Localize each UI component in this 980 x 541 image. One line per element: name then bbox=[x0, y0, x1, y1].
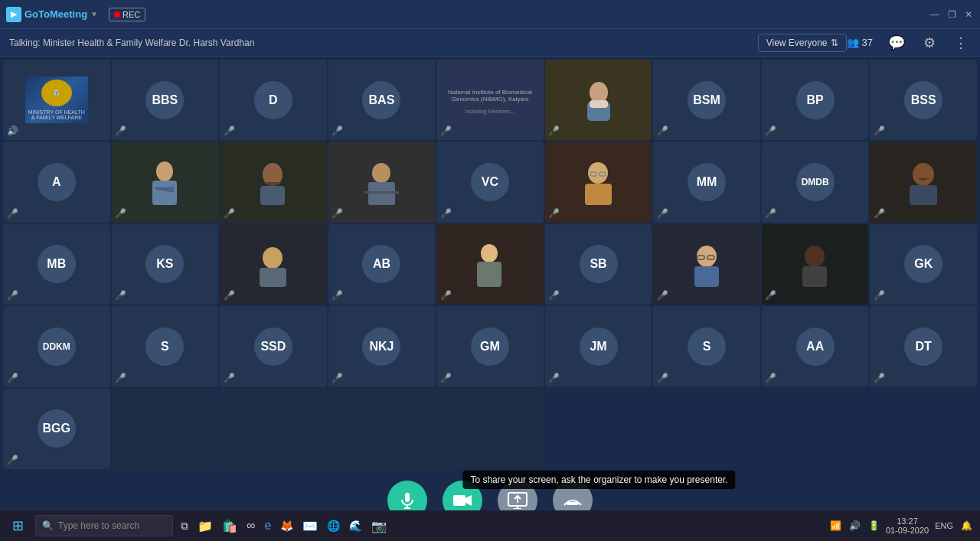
participant-cell-3[interactable]: D 🎤 bbox=[220, 60, 327, 140]
minimize-button[interactable]: — bbox=[929, 9, 940, 20]
restore-button[interactable]: ❐ bbox=[946, 9, 957, 20]
participant-cell-15[interactable]: 🎤 bbox=[545, 142, 652, 222]
participant-cell-24[interactable]: SB 🎤 bbox=[545, 224, 652, 305]
video-person-mustache bbox=[870, 142, 977, 222]
avatar-bgg: BGG bbox=[38, 409, 76, 448]
svg-rect-31 bbox=[453, 495, 466, 506]
participant-cell-4[interactable]: BAS 🎤 bbox=[328, 60, 436, 140]
participant-cell-36[interactable]: DT 🎤 bbox=[870, 306, 977, 386]
volume-icon[interactable]: 🔊 bbox=[848, 519, 862, 533]
participant-cell-11[interactable]: 🎤 bbox=[112, 142, 219, 222]
participant-cell-1[interactable]: 🏛️ MINISTRY OF HEALTH& FAMILY WELFARE 🔊 bbox=[3, 60, 110, 140]
avatar-aa: AA bbox=[796, 328, 835, 366]
taskbar-explorer[interactable]: 📁 bbox=[196, 517, 214, 535]
mute-icon-11: 🎤 bbox=[115, 207, 127, 220]
participant-cell-5[interactable]: National Institute of Biomedical Genomic… bbox=[436, 60, 544, 140]
participant-cell-25[interactable]: 🎤 bbox=[653, 224, 760, 305]
taskbar-chrome[interactable]: 🌐 bbox=[325, 518, 341, 533]
taskbar-search[interactable]: 🔍 Type here to search bbox=[35, 515, 173, 536]
taskbar-infinity[interactable]: ∞ bbox=[245, 517, 256, 534]
participant-cell-37[interactable]: BGG 🎤 bbox=[3, 389, 110, 469]
participant-cell-23[interactable]: 🎤 bbox=[436, 224, 544, 305]
window-controls: — ❐ ✕ bbox=[929, 9, 974, 20]
participant-cell-21[interactable]: 🎤 bbox=[220, 224, 327, 305]
taskbar-task-view[interactable]: ⧉ bbox=[179, 518, 190, 534]
language-indicator[interactable]: ENG bbox=[933, 520, 955, 532]
participant-cell-27[interactable]: GK 🎤 bbox=[870, 224, 977, 305]
speaker-icon: 🔊 bbox=[6, 125, 18, 137]
participant-cell-35[interactable]: AA 🎤 bbox=[762, 306, 869, 386]
participant-cell-18[interactable]: 🎤 bbox=[870, 142, 977, 222]
participant-cell-14[interactable]: VC 🎤 bbox=[436, 142, 544, 222]
taskbar-edge-legacy[interactable]: e bbox=[263, 517, 273, 534]
taskbar-firefox[interactable]: 🦊 bbox=[279, 518, 295, 533]
taskbar-clock[interactable]: 13:27 01-09-2020 bbox=[886, 517, 929, 535]
close-button[interactable]: ✕ bbox=[963, 9, 974, 20]
mute-icon-gk: 🎤 bbox=[873, 289, 885, 301]
more-button[interactable]: ⋮ bbox=[951, 31, 971, 54]
dropdown-icon[interactable]: ▼ bbox=[90, 10, 98, 18]
participant-cell-16[interactable]: MM 🎤 bbox=[653, 142, 760, 222]
participant-cell-30[interactable]: SSD 🎤 bbox=[220, 306, 327, 386]
participant-cell-34[interactable]: S 🎤 bbox=[653, 306, 760, 386]
svg-point-16 bbox=[913, 163, 934, 186]
participant-cell-13[interactable]: 🎤 bbox=[328, 142, 436, 222]
svg-rect-4 bbox=[152, 181, 177, 205]
mute-icon-ks: 🎤 bbox=[115, 289, 127, 301]
network-icon[interactable]: 📶 bbox=[828, 519, 843, 533]
start-button[interactable]: ⊞ bbox=[6, 515, 29, 536]
participant-cell-29[interactable]: S 🎤 bbox=[112, 306, 219, 386]
taskbar-system-tray: 📶 🔊 🔋 13:27 01-09-2020 ENG 🔔 bbox=[828, 517, 974, 535]
notifications-icon[interactable]: 🔔 bbox=[959, 519, 974, 533]
participant-cell-33[interactable]: JM 🎤 bbox=[545, 306, 652, 386]
participant-cell-10[interactable]: A 🎤 bbox=[3, 142, 110, 222]
svg-point-0 bbox=[590, 82, 608, 103]
logo-icon: ▶ bbox=[6, 7, 21, 22]
info-bar: Talking: Minister Health & Family Welfar… bbox=[0, 29, 980, 57]
participant-cell-31[interactable]: NKJ 🎤 bbox=[328, 306, 436, 386]
avatar-ddkm: DDKM bbox=[38, 328, 76, 366]
participant-cell-20[interactable]: KS 🎤 bbox=[112, 224, 219, 305]
settings-button[interactable]: ⚙ bbox=[920, 31, 939, 54]
avatar-s2: S bbox=[688, 328, 726, 366]
taskbar-store[interactable]: 🛍️ bbox=[220, 517, 239, 535]
participant-cell-32[interactable]: GM 🎤 bbox=[436, 306, 544, 386]
participant-cell-12[interactable]: 🎤 bbox=[220, 142, 327, 222]
view-everyone-arrow: ⇅ bbox=[831, 37, 838, 48]
taskbar-mail[interactable]: ✉️ bbox=[301, 517, 319, 535]
taskbar-edge[interactable]: 🌊 bbox=[348, 518, 364, 533]
participant-cell-19[interactable]: MB 🎤 bbox=[3, 224, 110, 305]
avatar-gk: GK bbox=[904, 245, 942, 283]
mute-icon-25: 🎤 bbox=[656, 289, 668, 301]
masked-video bbox=[545, 60, 652, 140]
mute-icon-13: 🎤 bbox=[332, 207, 344, 220]
video-person-crossed bbox=[112, 142, 219, 222]
mute-icon-ab: 🎤 bbox=[332, 289, 344, 301]
avatar-ks: KS bbox=[145, 245, 184, 283]
participant-cell-17[interactable]: DMDB 🎤 bbox=[762, 142, 869, 222]
participant-cell-8[interactable]: BP 🎤 bbox=[762, 60, 869, 140]
mute-icon-12: 🎤 bbox=[223, 207, 235, 220]
windows-taskbar: ⊞ 🔍 Type here to search ⧉ 📁 🛍️ ∞ e 🦊 ✉️ … bbox=[0, 510, 980, 541]
rec-dot bbox=[114, 11, 120, 18]
svg-rect-28 bbox=[405, 493, 410, 502]
participant-cell-7[interactable]: BSM 🎤 bbox=[653, 60, 760, 140]
participant-cell-6[interactable]: 🎤 bbox=[545, 60, 652, 140]
svg-rect-8 bbox=[260, 186, 285, 205]
view-everyone-label: View Everyone bbox=[766, 37, 828, 48]
participants-icon: 👥 bbox=[847, 37, 859, 48]
view-everyone-button[interactable]: View Everyone ⇅ bbox=[758, 34, 847, 52]
participant-cell-9[interactable]: BSS 🎤 bbox=[870, 60, 977, 140]
date-display: 01-09-2020 bbox=[886, 526, 929, 535]
participant-cell-2[interactable]: BBS 🎤 bbox=[112, 60, 219, 140]
participant-cell-22[interactable]: AB 🎤 bbox=[328, 224, 436, 305]
rec-badge[interactable]: REC bbox=[109, 8, 145, 21]
battery-icon[interactable]: 🔋 bbox=[867, 519, 881, 533]
avatar-vc: VC bbox=[471, 163, 509, 201]
taskbar-camera[interactable]: 📷 bbox=[370, 517, 388, 535]
mute-icon-gm: 🎤 bbox=[439, 372, 452, 384]
chat-button[interactable]: 💬 bbox=[885, 31, 908, 54]
participant-cell-28[interactable]: DDKM 🎤 bbox=[3, 306, 110, 386]
avatar-bas: BAS bbox=[362, 81, 400, 119]
participant-cell-26[interactable]: 🎤 bbox=[762, 224, 869, 305]
